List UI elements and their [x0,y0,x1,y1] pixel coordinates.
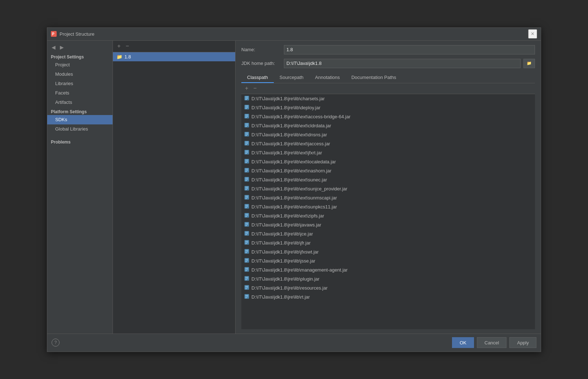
classpath-list-item[interactable]: D:\IT\Java\jdk1.8\jre\lib\ext\access-bri… [241,112,535,121]
classpath-list-item[interactable]: D:\IT\Java\jdk1.8\jre\lib\ext\sunmscapi.… [241,193,535,202]
sidebar-item-sdks[interactable]: SDKs [47,115,113,124]
platform-settings-label: Platform Settings [47,107,113,115]
classpath-list-item[interactable]: D:\IT\Java\jdk1.8\jre\lib\jfr.jar [241,238,535,247]
classpath-list-item[interactable]: D:\IT\Java\jdk1.8\jre\lib\ext\jfxrt.jar [241,148,535,157]
help-button[interactable]: ? [52,339,60,347]
nav-back-button[interactable]: ◀ [50,44,57,51]
classpath-list-item[interactable]: D:\IT\Java\jdk1.8\jre\lib\javaws.jar [241,220,535,229]
tab-documentation-paths[interactable]: Documentation Paths [346,72,402,83]
svg-rect-79 [245,268,248,269]
name-field-row: Name: [241,45,535,54]
jar-icon [244,168,249,174]
classpath-list-item[interactable]: D:\IT\Java\jdk1.8\jre\lib\ext\sunjce_pro… [241,184,535,193]
svg-rect-23 [245,142,248,142]
project-structure-dialog: P Project Structure × ◀ ▶ Project Settin… [47,27,541,352]
svg-rect-76 [245,260,248,261]
classpath-add-button[interactable]: + [243,85,250,92]
sidebar-item-facets[interactable]: Facets [47,88,113,98]
svg-rect-4 [245,98,248,99]
svg-rect-52 [245,206,248,207]
sdk-list-item[interactable]: 📁 1.8 [113,52,235,61]
bottom-bar: ? OK Cancel Apply [47,334,541,352]
classpath-list-item[interactable]: D:\IT\Java\jdk1.8\jre\lib\charsets.jar [241,94,535,103]
sdk-remove-button[interactable]: − [124,43,130,50]
svg-rect-49 [245,198,247,199]
classpath-list-item[interactable]: D:\IT\Java\jdk1.8\jre\lib\ext\sunec.jar [241,175,535,184]
sidebar-item-modules[interactable]: Modules [47,70,113,79]
sdk-folder-icon: 📁 [117,54,122,60]
close-button[interactable]: × [528,29,537,39]
jar-icon [244,123,249,129]
browse-button[interactable]: 📁 [523,59,535,68]
classpath-list-item[interactable]: D:\IT\Java\jdk1.8\jre\lib\ext\dnsns.jar [241,130,535,139]
classpath-list-item[interactable]: D:\IT\Java\jdk1.8\jre\lib\rt.jar [241,292,535,301]
classpath-item-text: D:\IT\Java\jdk1.8\jre\lib\jsse.jar [251,258,315,264]
sidebar-item-libraries[interactable]: Libraries [47,79,113,88]
classpath-list-item[interactable]: D:\IT\Java\jdk1.8\jre\lib\deploy.jar [241,103,535,112]
classpath-list-item[interactable]: D:\IT\Java\jdk1.8\jre\lib\ext\localedata… [241,157,535,166]
name-input[interactable] [284,45,535,54]
svg-rect-8 [245,107,248,108]
classpath-item-text: D:\IT\Java\jdk1.8\jre\lib\ext\access-bri… [251,114,351,119]
svg-rect-71 [245,250,248,251]
svg-rect-21 [245,135,247,136]
classpath-item-text: D:\IT\Java\jdk1.8\jre\lib\ext\localedata… [251,159,336,164]
svg-rect-87 [245,286,248,287]
classpath-list-item[interactable]: D:\IT\Java\jdk1.8\jre\lib\jsse.jar [241,256,535,265]
classpath-list-item[interactable]: D:\IT\Java\jdk1.8\jre\lib\management-age… [241,265,535,274]
svg-rect-55 [245,214,248,215]
classpath-list-item[interactable]: D:\IT\Java\jdk1.8\jre\lib\jfxswt.jar [241,247,535,256]
sidebar-item-global-libraries[interactable]: Global Libraries [47,124,113,134]
classpath-list-item[interactable]: D:\IT\Java\jdk1.8\jre\lib\ext\sunpkcs11.… [241,202,535,211]
jar-icon [244,132,249,138]
classpath-item-text: D:\IT\Java\jdk1.8\jre\lib\ext\sunec.jar [251,177,327,182]
folder-icon: 📁 [527,61,532,65]
jar-icon [244,240,249,246]
svg-rect-32 [245,161,248,162]
jar-icon [244,186,249,192]
classpath-list-item[interactable]: D:\IT\Java\jdk1.8\jre\lib\ext\nashorn.ja… [241,166,535,175]
jdk-home-label: JDK home path: [241,61,281,66]
svg-rect-31 [245,160,248,160]
classpath-list-item[interactable]: D:\IT\Java\jdk1.8\jre\lib\jce.jar [241,229,535,238]
svg-rect-75 [245,259,248,260]
svg-rect-60 [245,224,248,225]
svg-rect-17 [245,126,247,127]
tab-annotations[interactable]: Annotations [309,72,346,83]
jar-icon [244,96,249,102]
tabs-bar: Classpath Sourcepath Annotations Documen… [241,72,535,83]
jdk-home-input[interactable] [284,59,521,68]
tab-sourcepath[interactable]: Sourcepath [274,72,310,83]
svg-rect-3 [245,97,248,97]
svg-rect-88 [245,287,248,288]
classpath-item-text: D:\IT\Java\jdk1.8\jre\lib\ext\nashorn.ja… [251,168,332,173]
classpath-list-item[interactable]: D:\IT\Java\jdk1.8\jre\lib\ext\jaccess.ja… [241,139,535,148]
svg-text:P: P [52,32,54,36]
jar-icon [244,114,249,120]
sidebar-item-artifacts[interactable]: Artifacts [47,98,113,107]
cancel-button[interactable]: Cancel [477,337,506,348]
svg-rect-48 [245,197,248,198]
classpath-list-item[interactable]: D:\IT\Java\jdk1.8\jre\lib\resources.jar [241,283,535,292]
sdk-add-button[interactable]: + [116,43,122,50]
svg-rect-53 [245,207,247,208]
nav-forward-button[interactable]: ▶ [58,44,65,51]
svg-rect-83 [245,277,248,278]
svg-rect-12 [245,116,248,117]
svg-rect-47 [245,196,248,197]
classpath-item-text: D:\IT\Java\jdk1.8\jre\lib\ext\cldrdata.j… [251,123,331,128]
classpath-list-item[interactable]: D:\IT\Java\jdk1.8\jre\lib\ext\cldrdata.j… [241,121,535,130]
svg-rect-25 [245,144,247,145]
jar-icon [244,231,249,237]
ok-button[interactable]: OK [452,337,474,348]
classpath-list-item[interactable]: D:\IT\Java\jdk1.8\jre\lib\ext\zipfs.jar [241,211,535,220]
classpath-list-item[interactable]: D:\IT\Java\jdk1.8\jre\lib\plugin.jar [241,274,535,283]
apply-button[interactable]: Apply [509,337,536,348]
classpath-remove-button[interactable]: − [252,85,258,92]
sidebar-item-project[interactable]: Project [47,60,113,70]
tab-classpath[interactable]: Classpath [241,72,274,83]
svg-rect-20 [245,134,248,135]
svg-rect-80 [245,269,248,270]
main-content: ◀ ▶ Project Settings Project Modules Lib… [47,41,541,334]
svg-rect-51 [245,205,248,206]
